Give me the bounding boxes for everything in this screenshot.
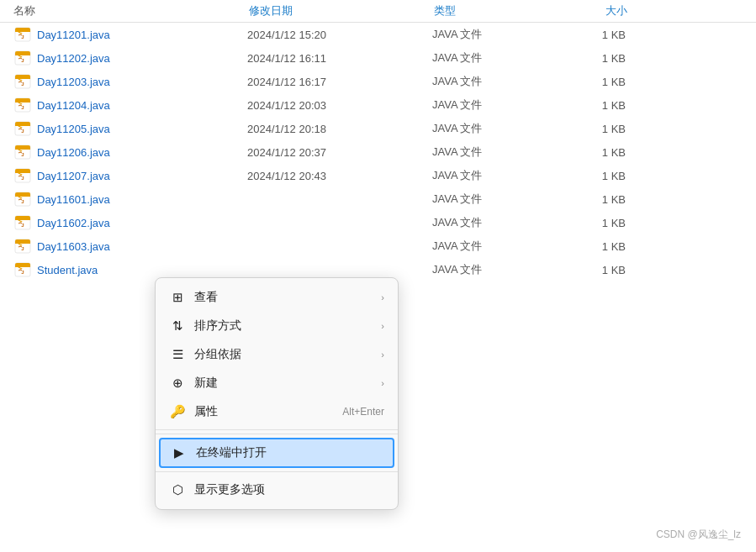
submenu-arrow-icon: › (381, 350, 384, 360)
header-size[interactable]: 大小 (560, 3, 627, 18)
file-name: Day11204.java (37, 99, 247, 112)
file-size: 1 KB (558, 146, 626, 159)
file-type: JAVA 文件 (432, 215, 558, 230)
svg-rect-42 (15, 265, 30, 267)
table-row[interactable]: J Day11203.java 2024/1/12 16:17 JAVA 文件 … (0, 70, 756, 93)
menu-icon-terminal: ▶ (171, 444, 188, 461)
svg-rect-14 (15, 101, 30, 103)
java-file-icon: J (13, 237, 32, 255)
table-row[interactable]: J Day11201.java 2024/1/12 15:20 JAVA 文件 … (0, 23, 756, 46)
java-file-icon: J (13, 72, 32, 91)
menu-separator-2 (156, 429, 398, 430)
header-date[interactable]: 修改日期 (249, 3, 434, 18)
java-file-icon: J (13, 49, 32, 67)
menu-icon-group: ☰ (169, 346, 186, 363)
java-file-icon: J (13, 166, 32, 185)
table-row[interactable]: J Day11206.java 2024/1/12 20:37 JAVA 文件 … (0, 140, 756, 164)
file-date: 2024/1/12 16:17 (247, 76, 432, 88)
file-size: 1 KB (558, 240, 626, 253)
svg-rect-26 (15, 171, 30, 173)
menu-separator-3 (156, 471, 398, 472)
menu-icon-view: ⊞ (169, 289, 186, 306)
svg-rect-2 (15, 30, 30, 32)
menu-label-group: 分组依据 (194, 347, 381, 362)
file-size: 1 KB (558, 123, 626, 135)
table-row[interactable]: J Day11202.java 2024/1/12 16:11 JAVA 文件 … (0, 46, 756, 70)
submenu-arrow-icon: › (381, 321, 384, 331)
menu-item-terminal[interactable]: ▶ 在终端中打开 (159, 438, 394, 468)
file-type: JAVA 文件 (432, 239, 558, 254)
file-type: JAVA 文件 (432, 262, 558, 277)
file-size: 1 KB (558, 217, 626, 229)
file-list-header: 名称 修改日期 类型 大小 (0, 0, 756, 23)
file-date: 2024/1/12 20:37 (247, 146, 432, 159)
file-size: 1 KB (558, 170, 626, 182)
shortcut-label: Alt+Enter (342, 406, 384, 418)
file-date: 2024/1/12 20:43 (247, 170, 432, 182)
menu-item-properties[interactable]: 🔑 属性 Alt+Enter (156, 397, 398, 426)
header-name[interactable]: 名称 (13, 3, 249, 18)
menu-item-sort[interactable]: ⇅ 排序方式 › (156, 312, 398, 340)
file-name: Day11201.java (37, 29, 247, 41)
file-size: 1 KB (558, 76, 626, 88)
file-name: Day11207.java (37, 170, 247, 182)
file-name: Day11603.java (37, 240, 247, 253)
table-row[interactable]: J Day11204.java 2024/1/12 20:03 JAVA 文件 … (0, 93, 756, 117)
file-date: 2024/1/12 15:20 (247, 29, 432, 41)
menu-icon-properties: 🔑 (169, 403, 186, 420)
menu-icon-sort: ⇅ (169, 318, 186, 334)
file-type: JAVA 文件 (432, 97, 558, 113)
file-type: JAVA 文件 (432, 50, 558, 66)
svg-rect-10 (15, 77, 30, 79)
svg-rect-22 (15, 148, 30, 150)
file-type: JAVA 文件 (432, 74, 558, 89)
java-file-icon: J (13, 190, 32, 208)
table-row[interactable]: J Day11602.java JAVA 文件 1 KB (0, 211, 756, 234)
file-size: 1 KB (558, 264, 626, 276)
svg-rect-18 (15, 124, 30, 126)
file-name: Day11601.java (37, 193, 247, 206)
java-file-icon: J (13, 213, 32, 232)
header-type[interactable]: 类型 (434, 3, 560, 18)
file-size: 1 KB (558, 99, 626, 112)
table-row[interactable]: J Day11207.java 2024/1/12 20:43 JAVA 文件 … (0, 164, 756, 187)
submenu-arrow-icon: › (381, 292, 384, 302)
context-menu: ⊞ 查看 › ⇅ 排序方式 › ☰ 分组依据 › ⊕ 新建 › 🔑 属性 Alt… (155, 277, 399, 510)
java-file-icon: J (13, 260, 32, 279)
table-row[interactable]: J Day11601.java JAVA 文件 1 KB (0, 187, 756, 211)
file-type: JAVA 文件 (432, 192, 558, 207)
menu-label-new: 新建 (194, 376, 381, 391)
file-list: J Day11201.java 2024/1/12 15:20 JAVA 文件 … (0, 23, 756, 281)
file-type: JAVA 文件 (432, 145, 558, 160)
menu-icon-new: ⊕ (169, 375, 186, 392)
file-date: 2024/1/12 20:18 (247, 123, 432, 135)
menu-icon-more: ⬡ (169, 481, 186, 498)
file-name: Day11202.java (37, 52, 247, 65)
menu-label-more: 显示更多选项 (194, 482, 384, 497)
menu-separator (156, 434, 398, 434)
file-type: JAVA 文件 (432, 121, 558, 136)
java-file-icon: J (13, 143, 32, 161)
table-row[interactable]: J Day11205.java 2024/1/12 20:18 JAVA 文件 … (0, 117, 756, 140)
java-file-icon: J (13, 96, 32, 114)
file-name: Day11205.java (37, 123, 247, 135)
java-file-icon: J (13, 119, 32, 138)
file-date: 2024/1/12 20:03 (247, 99, 432, 112)
file-size: 1 KB (558, 52, 626, 65)
table-row[interactable]: J Day11603.java JAVA 文件 1 KB (0, 234, 756, 258)
svg-rect-30 (15, 195, 30, 197)
file-name: Student.java (37, 264, 247, 276)
menu-label-properties: 属性 (194, 404, 336, 419)
menu-item-new[interactable]: ⊕ 新建 › (156, 369, 398, 397)
file-type: JAVA 文件 (432, 27, 558, 42)
file-date: 2024/1/12 16:11 (247, 52, 432, 65)
menu-item-group[interactable]: ☰ 分组依据 › (156, 340, 398, 369)
menu-label-terminal: 在终端中打开 (196, 445, 383, 460)
svg-rect-34 (15, 218, 30, 220)
file-size: 1 KB (558, 193, 626, 206)
watermark: CSDN @风逸尘_lz (656, 528, 741, 542)
menu-item-view[interactable]: ⊞ 查看 › (156, 283, 398, 312)
file-type: JAVA 文件 (432, 168, 558, 183)
menu-label-sort: 排序方式 (194, 318, 381, 334)
menu-item-more[interactable]: ⬡ 显示更多选项 (156, 476, 398, 504)
